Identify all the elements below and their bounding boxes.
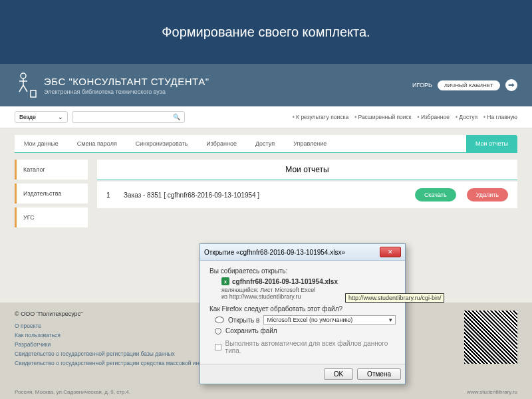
slide-title: Формирование своего комплекта. (0, 0, 532, 64)
chevron-down-icon: ⌄ (58, 114, 63, 120)
row-number: 1 (106, 192, 113, 199)
brand-title: ЭБС "КОНСУЛЬТАНТ СТУДЕНТА" (44, 76, 209, 87)
nav-links: К результату поиска Расширенный поиск Из… (293, 114, 517, 120)
dialog-type-value: Лист Microsoft Excel (260, 287, 315, 293)
cancel-button[interactable]: Отмена (357, 368, 401, 380)
search-bar: Везде⌄ 🔍 К результату поиска Расширенный… (0, 106, 532, 128)
radio-open[interactable] (215, 317, 224, 323)
download-dialog: Открытие «cgfhnfr68-2016-09-13-101954.xl… (200, 243, 406, 384)
tab-sync[interactable]: Синхронизировать (126, 135, 197, 153)
qr-code (464, 311, 517, 364)
search-icon[interactable]: 🔍 (173, 114, 180, 120)
dialog-from-value: http://www.studentlibrary.ru (229, 293, 301, 300)
auto-checkbox[interactable] (215, 344, 221, 350)
dialog-line-opening: Вы собираетесь открыть: (209, 267, 396, 275)
download-button[interactable]: Скачать (415, 188, 456, 201)
sidebar-item-publishers[interactable]: Издательства (15, 184, 88, 203)
footer-address: Россия, Москва, ул.Садовническая, д. 9, … (15, 389, 130, 395)
tab-my-data[interactable]: Мои данные (15, 135, 68, 153)
tab-access[interactable]: Доступ (246, 135, 284, 153)
url-tooltip: http://www.studentlibrary.ru/cgi-bin/ (345, 293, 444, 303)
nav-link[interactable]: Расширенный поиск (354, 114, 411, 120)
content-panel: Мои отчеты 1 Заказ - 8351 [ cgfhnfr68-20… (97, 160, 517, 227)
sidebar-item-ugs[interactable]: УГС (15, 207, 88, 227)
tab-manage[interactable]: Управление (284, 135, 336, 153)
save-label: Сохранить файл (225, 327, 277, 334)
dialog-from-label: из (221, 293, 227, 300)
sidebar-item-catalog[interactable]: Каталог (15, 160, 88, 180)
ok-button[interactable]: OK (324, 368, 353, 380)
report-row: 1 Заказ - 8351 [ cgfhnfr68-2016-09-13-10… (97, 182, 517, 208)
footer-link[interactable]: О проекте (15, 323, 227, 329)
open-label: Открыть в (228, 317, 259, 324)
delete-button[interactable]: Удалить (467, 188, 508, 201)
tab-change-password[interactable]: Смена пароля (68, 135, 126, 153)
exit-icon[interactable]: ⮕ (505, 79, 517, 91)
nav-link[interactable]: Избранное (418, 114, 450, 120)
nav-link[interactable]: На главную (483, 114, 517, 120)
open-with-select[interactable]: Microsoft Excel (по умолчанию)▾ (263, 315, 396, 325)
dialog-filename: cgfhnfr68-2016-09-13-101954.xlsx (232, 278, 338, 285)
search-input[interactable]: 🔍 (72, 111, 185, 123)
dialog-title: Открытие «cgfhnfr68-2016-09-13-101954.xl… (204, 249, 345, 256)
dialog-question: Как Firefox следует обработать этот файл… (209, 305, 396, 313)
row-description: Заказ - 8351 [ cgfhnfr68-2016-09-13-1019… (124, 192, 404, 199)
auto-label: Выполнять автоматически для всех файлов … (225, 340, 396, 354)
close-icon[interactable]: ✕ (380, 247, 401, 257)
logo-icon (15, 70, 37, 100)
sidebar: Каталог Издательства УГС (15, 160, 88, 227)
search-scope-select[interactable]: Везде⌄ (15, 111, 68, 123)
nav-link[interactable]: К результату поиска (293, 114, 348, 120)
nav-link[interactable]: Доступ (456, 114, 477, 120)
footer-link[interactable]: Свидетельство о государственной регистра… (15, 360, 227, 366)
tab-my-reports[interactable]: Мои отчеты (466, 135, 517, 153)
footer-site-url: www.studentlibrary.ru (467, 389, 517, 395)
username: ИГОРЬ (412, 82, 432, 88)
footer-link[interactable]: Свидетельство о государственной регистра… (15, 350, 227, 357)
site-header: ЭБС "КОНСУЛЬТАНТ СТУДЕНТА" Электронная б… (0, 64, 532, 106)
xlsx-icon: x (221, 277, 229, 285)
footer-link[interactable]: Разработчики (15, 341, 227, 348)
footer-link[interactable]: Как пользоваться (15, 332, 227, 338)
svg-point-0 (21, 73, 26, 78)
radio-save[interactable] (215, 328, 221, 334)
personal-cabinet-button[interactable]: ЛИЧНЫЙ КАБИНЕТ (438, 80, 500, 90)
brand-subtitle: Электронная библиотека технического вуза (44, 88, 209, 95)
panel-title: Мои отчеты (97, 160, 517, 180)
chevron-down-icon: ▾ (389, 317, 392, 323)
dialog-type-label: являющийся: (221, 287, 259, 293)
tabs: Мои данные Смена пароля Синхронизировать… (15, 135, 517, 153)
tab-favorites[interactable]: Избранное (197, 135, 246, 153)
footer-company: © ООО "Политехресурс" (15, 311, 227, 317)
